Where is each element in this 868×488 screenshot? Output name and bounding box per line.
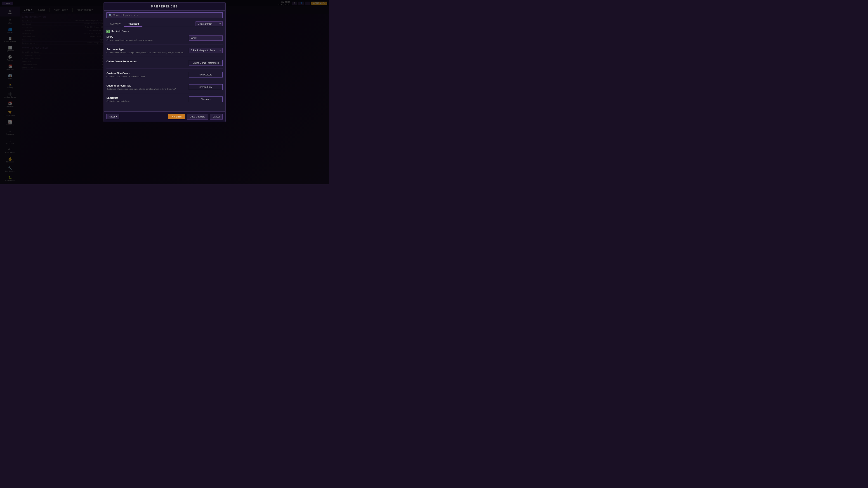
checkmark-icon: ✓: [171, 116, 173, 118]
confirm-label: Confirm: [174, 116, 182, 118]
setting-info-online-game: Online Game Preferences: [106, 60, 189, 64]
setting-row-shortcuts: Shortcuts Customise shortcuts here Short…: [106, 96, 223, 105]
chevron-down-icon: ▾: [219, 23, 221, 25]
setting-label-screen-flow: Custom Screen Flow: [106, 84, 185, 87]
setting-row-autosave-type: Auto save type Choose between auto-savin…: [106, 48, 223, 57]
autosave-type-dropdown-label: 3 File Rolling Auto Save: [191, 49, 215, 52]
tab-advanced[interactable]: Advanced: [124, 21, 143, 27]
skin-colours-button[interactable]: Skin Colours: [189, 72, 223, 77]
preferences-modal: PREFERENCES 🔍 Overview Advanced Most Com…: [103, 2, 225, 122]
cancel-button[interactable]: Cancel: [210, 114, 223, 120]
autosave-checkbox-label: Use Auto Saves: [111, 30, 129, 33]
setting-desc-every: Choose how often to automatically save y…: [106, 39, 185, 42]
setting-info-shortcuts: Shortcuts Customise shortcuts here: [106, 96, 189, 103]
autosave-type-dropdown[interactable]: 3 File Rolling Auto Save ▾: [189, 48, 223, 53]
setting-control-online-game: Online Game Preferences: [189, 60, 223, 66]
every-dropdown-label: Week: [191, 37, 196, 39]
setting-label-shortcuts: Shortcuts: [106, 96, 185, 99]
chevron-down-icon: ▾: [219, 37, 221, 39]
confirm-button[interactable]: ✓ Confirm: [168, 114, 185, 119]
setting-label-skin-colour: Custom Skin Colour: [106, 72, 185, 74]
modal-title: PREFERENCES: [107, 5, 222, 8]
reset-dropdown[interactable]: Reset ▾: [106, 114, 119, 119]
search-icon: 🔍: [108, 13, 112, 17]
search-input[interactable]: [113, 14, 221, 17]
screen-flow-button[interactable]: Screen Flow: [189, 84, 223, 90]
chevron-down-icon: ▾: [116, 116, 117, 118]
setting-info-every: Every Choose how often to automatically …: [106, 35, 189, 42]
setting-label-every: Every: [106, 35, 185, 38]
setting-row-screen-flow: Custom Screen Flow Customise which scree…: [106, 84, 223, 94]
setting-label-online-game: Online Game Preferences: [106, 60, 185, 63]
modal-search-container: 🔍: [104, 11, 225, 20]
chevron-down-icon: ▾: [219, 49, 221, 52]
setting-row-every: Every Choose how often to automatically …: [106, 35, 223, 45]
shortcuts-button[interactable]: Shortcuts: [189, 96, 223, 102]
setting-info-screen-flow: Custom Screen Flow Customise which scree…: [106, 84, 189, 91]
most-common-label: Most Common: [197, 23, 212, 25]
autosave-checkbox[interactable]: ✓: [106, 30, 110, 33]
online-game-preferences-button[interactable]: Online Game Preferences: [189, 60, 223, 66]
setting-control-autosave-type: 3 File Rolling Auto Save ▾: [189, 48, 223, 53]
autosave-row: ✓ Use Auto Saves: [106, 30, 223, 33]
setting-desc-autosave-type: Choose between auto-saving to a single f…: [106, 51, 185, 54]
undo-changes-button[interactable]: Undo Changes: [187, 114, 208, 120]
setting-control-skin-colour: Skin Colours: [189, 72, 223, 77]
modal-footer: Reset ▾ ✓ Confirm Undo Changes Cancel: [104, 111, 225, 122]
setting-control-screen-flow: Screen Flow: [189, 84, 223, 90]
search-box[interactable]: 🔍: [106, 12, 223, 18]
setting-control-shortcuts: Shortcuts: [189, 96, 223, 102]
setting-info-skin-colour: Custom Skin Colour Customise skin colour…: [106, 72, 189, 78]
setting-label-autosave-type: Auto save type: [106, 48, 185, 51]
setting-info-autosave-type: Auto save type Choose between auto-savin…: [106, 48, 189, 54]
setting-row-online-game: Online Game Preferences Online Game Pref…: [106, 60, 223, 69]
modal-tabs: Overview Advanced Most Common ▾: [104, 20, 225, 27]
setting-control-every: Week ▾: [189, 35, 223, 41]
reset-label: Reset: [109, 116, 115, 118]
setting-desc-shortcuts: Customise shortcuts here: [106, 100, 185, 103]
setting-desc-skin-colour: Customise skin colours for the current s…: [106, 75, 185, 78]
modal-body: ✓ Use Auto Saves Every Choose how often …: [104, 27, 225, 111]
tab-overview[interactable]: Overview: [106, 21, 124, 27]
modal-header: PREFERENCES: [104, 2, 225, 11]
autosave-checkbox-container[interactable]: ✓ Use Auto Saves: [106, 30, 129, 33]
most-common-dropdown[interactable]: Most Common ▾: [195, 22, 223, 26]
setting-row-skin-colour: Custom Skin Colour Customise skin colour…: [106, 72, 223, 81]
setting-desc-screen-flow: Customise which screens the game should …: [106, 88, 185, 91]
every-dropdown[interactable]: Week ▾: [189, 35, 223, 41]
